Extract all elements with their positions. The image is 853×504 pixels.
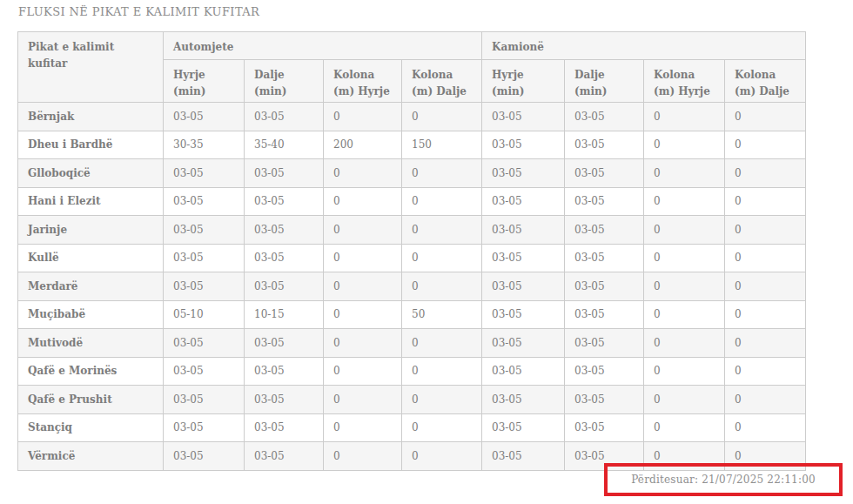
value-cell: 0 (644, 131, 725, 159)
value-cell: 03-05 (164, 244, 245, 272)
value-cell: 0 (725, 103, 806, 131)
column-group-automjete: Automjete (164, 32, 482, 60)
value-cell: 03-05 (565, 103, 644, 131)
crossing-point-name-cell: Hani i Elezit (18, 187, 164, 216)
value-cell: 0 (644, 159, 725, 188)
value-cell: 03-05 (565, 386, 644, 414)
value-cell: 03-05 (245, 103, 324, 131)
value-cell: 03-05 (565, 187, 644, 216)
value-cell: 03-05 (245, 187, 324, 216)
table-row: Bërnjak03-0503-050003-0503-0500 (18, 103, 806, 131)
value-cell: 0 (725, 244, 806, 272)
table-header: Pikat e kalimit kufitar Automjete Kamion… (18, 32, 806, 103)
column-header-crossing-points: Pikat e kalimit kufitar (18, 32, 164, 103)
column-group-kamione: Kamionë (482, 32, 806, 60)
value-cell: 03-05 (565, 244, 644, 272)
value-cell: 0 (324, 386, 402, 414)
value-cell: 0 (725, 131, 806, 159)
crossing-point-name-cell: Qafë e Morinës (18, 357, 164, 386)
sub-column-header: Hyrje (min) (482, 60, 565, 103)
sub-column-header: Kolona (m) Dalje (725, 60, 806, 103)
value-cell: 03-05 (164, 413, 245, 442)
sub-column-header: Kolona (m) Hyrje (324, 60, 402, 103)
value-cell: 150 (402, 131, 482, 159)
table-row: Merdarë03-0503-050003-0503-0500 (18, 272, 806, 301)
updated-annotation-box: Përditesuar: 21/07/2025 22:11:00 (604, 463, 843, 496)
table-row: Glloboqicë03-0503-050003-0503-0500 (18, 159, 806, 188)
value-cell: 0 (725, 272, 806, 301)
value-cell: 03-05 (482, 386, 565, 414)
value-cell: 0 (324, 159, 402, 188)
value-cell: 0 (324, 103, 402, 131)
value-cell: 03-05 (565, 272, 644, 301)
value-cell: 0 (644, 300, 725, 329)
value-cell: 0 (725, 329, 806, 358)
value-cell: 0 (725, 386, 806, 414)
value-cell: 0 (402, 442, 482, 471)
value-cell: 0 (725, 357, 806, 386)
crossing-point-name-cell: Merdarë (18, 272, 164, 301)
value-cell: 0 (324, 216, 402, 245)
value-cell: 03-05 (482, 244, 565, 272)
value-cell: 03-05 (482, 300, 565, 329)
table-row: Hani i Elezit03-0503-050003-0503-0500 (18, 187, 806, 216)
value-cell: 0 (324, 187, 402, 216)
value-cell: 03-05 (164, 442, 245, 471)
value-cell: 0 (324, 244, 402, 272)
crossing-point-name-cell: Vërmicë (18, 442, 164, 471)
value-cell: 0 (402, 187, 482, 216)
value-cell: 0 (644, 216, 725, 245)
crossing-point-name-cell: Muçibabë (18, 300, 164, 329)
value-cell: 05-10 (164, 300, 245, 329)
value-cell: 0 (725, 413, 806, 442)
value-cell: 03-05 (245, 329, 324, 358)
value-cell: 0 (402, 386, 482, 414)
value-cell: 0 (402, 244, 482, 272)
value-cell: 0 (644, 272, 725, 301)
value-cell: 0 (644, 244, 725, 272)
value-cell: 03-05 (565, 131, 644, 159)
value-cell: 03-05 (482, 272, 565, 301)
value-cell: 30-35 (164, 131, 245, 159)
value-cell: 0 (402, 272, 482, 301)
value-cell: 03-05 (482, 103, 565, 131)
value-cell: 0 (644, 357, 725, 386)
table-row: Mutivodë03-0503-050003-0503-0500 (18, 329, 806, 358)
table-row: Qafë e Prushit03-0503-050003-0503-0500 (18, 386, 806, 414)
crossing-point-name-cell: Mutivodë (18, 329, 164, 358)
value-cell: 0 (644, 386, 725, 414)
table-row: Kullë03-0503-050003-0503-0500 (18, 244, 806, 272)
value-cell: 03-05 (164, 216, 245, 245)
crossing-point-name-cell: Jarinje (18, 216, 164, 245)
crossing-point-name-cell: Glloboqicë (18, 159, 164, 188)
sub-column-header: Kolona (m) Hyrje (644, 60, 725, 103)
value-cell: 03-05 (482, 216, 565, 245)
crossing-point-name-cell: Dheu i Bardhë (18, 131, 164, 159)
value-cell: 0 (324, 442, 402, 471)
value-cell: 03-05 (565, 413, 644, 442)
value-cell: 0 (402, 329, 482, 358)
value-cell: 0 (324, 413, 402, 442)
value-cell: 03-05 (482, 357, 565, 386)
value-cell: 03-05 (565, 216, 644, 245)
value-cell: 03-05 (482, 187, 565, 216)
page: { "page": { "title": "FLUKSI NË PIKAT E … (0, 0, 853, 504)
value-cell: 0 (725, 216, 806, 245)
table-row: Stançiq03-0503-050003-0503-0500 (18, 413, 806, 442)
value-cell: 03-05 (482, 131, 565, 159)
page-title: FLUKSI NË PIKAT E KALIMIT KUFITAR (18, 5, 259, 18)
border-crossings-table: Pikat e kalimit kufitar Automjete Kamion… (17, 31, 806, 471)
value-cell: 0 (644, 187, 725, 216)
table-body: Bërnjak03-0503-050003-0503-0500Dheu i Ba… (18, 103, 806, 471)
value-cell: 03-05 (245, 159, 324, 188)
value-cell: 0 (402, 357, 482, 386)
value-cell: 03-05 (482, 329, 565, 358)
value-cell: 03-05 (245, 413, 324, 442)
table-row: Dheu i Bardhë30-3535-4020015003-0503-050… (18, 131, 806, 159)
group-header-row: Pikat e kalimit kufitar Automjete Kamion… (18, 32, 806, 60)
value-cell: 03-05 (565, 329, 644, 358)
value-cell: 03-05 (565, 357, 644, 386)
value-cell: 03-05 (565, 300, 644, 329)
value-cell: 03-05 (482, 159, 565, 188)
crossing-point-name-cell: Qafë e Prushit (18, 386, 164, 414)
